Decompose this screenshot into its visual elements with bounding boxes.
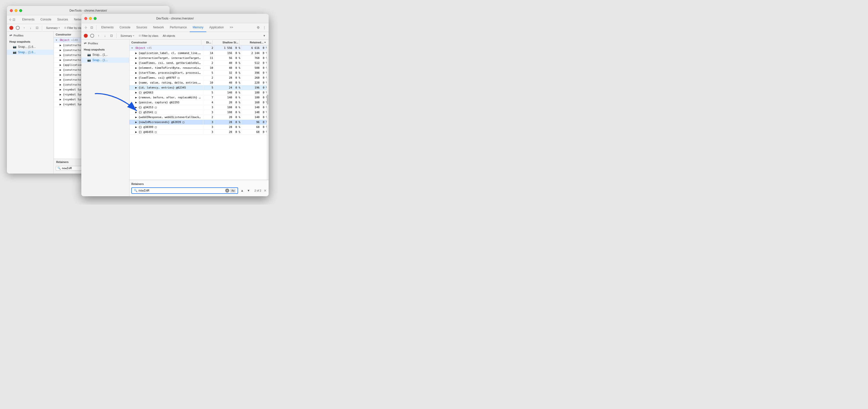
record-btn-1[interactable] [9,25,14,30]
data-row-2-6[interactable]: ▶ {loadTimes, csi} @49707 □ 2 28 0 % 260… [129,76,269,80]
summary-label-2: Summary [121,34,132,37]
data-row-2-16[interactable]: ▶ {} @38399 □ 3 28 0 % 68 0 % [129,125,269,130]
tab-elements-2[interactable]: Elements [98,23,117,32]
maximize-button-1[interactable] [19,9,22,12]
cell-retained-2-13: 148 0 % [242,110,269,114]
search-input-2[interactable] [138,189,224,192]
retainers-title-row-2: Retainers [131,181,267,186]
sort-asc-icon: ▾ [265,41,266,43]
minimize-button-1[interactable] [14,9,18,12]
tab-performance-2[interactable]: Performance [167,23,190,32]
data-row-2-9[interactable]: ▶ {} @42663 5 140 0 % 180 0 % [129,90,269,95]
all-objects-dropdown-2[interactable]: All objects [161,34,177,38]
data-row-2-2[interactable]: ▶ {interactionTarget, interactionTargetE… [129,56,269,61]
tab-console-1[interactable]: Console [37,15,54,24]
tab-console-2[interactable]: Console [117,23,133,32]
cell-di-2-1: 14 [203,51,214,55]
cell-retained-2-11: 160 0 % [242,100,269,105]
heap-snapshots-label-1: Heap snapshots [9,40,30,43]
data-row-2-3[interactable]: ▶ {loadTimes, csi, send, getVariableValu… [129,61,269,65]
memory-icon-2[interactable]: ⊡ [109,33,114,38]
sort-desc-icon[interactable]: ▾ [262,33,267,38]
close-search-button[interactable]: ✕ [264,188,267,193]
sidebar-snap1-1[interactable]: 📷 Snap... (1.6... [7,44,54,50]
data-row-2-4[interactable]: ▶ {element, timeToFirstByte, resourceLoa… [129,65,269,70]
data-row-2-13[interactable]: ▶ {} @53541 □ 3 108 0 % 148 0 % [129,110,269,115]
record-btn-2[interactable] [83,33,88,38]
more-icon-2[interactable]: ⋮ [262,25,267,30]
minimize-button-2[interactable] [89,17,92,20]
sidebar-snap1-2[interactable]: 📷 Snap... (1... [81,52,129,57]
tab-application-2[interactable]: Application [206,23,227,32]
data-row-2-5[interactable]: ▶ {startTime, processingStart, processin… [129,70,269,76]
maximize-button-2[interactable] [94,17,97,20]
eq-icon-2: ⇌ [84,41,87,45]
case-sensitive-toggle[interactable]: Aa [230,189,236,193]
summary-dropdown-2[interactable]: Summary ▾ [119,34,136,38]
tab-sources-1[interactable]: Sources [54,15,71,24]
main-content-2: ⇌ Profiles Heap snapshots 📷 Snap... (1..… [81,39,269,196]
cell-shallow-2-11: 20 0 % [214,100,242,105]
data-row-2-10[interactable]: ▶ {remove, before, after, replaceWith} @… [129,95,269,100]
object-row-2[interactable]: ▼ Object ×45 2 1 556 0 % 6 616 0 % [129,46,269,51]
scrollbar-track-2[interactable] [267,46,269,180]
cursor-icon-2[interactable]: ⊹ [83,25,88,30]
export-icon-1[interactable]: ↑ [22,25,27,30]
search-bar-w2[interactable]: 🔍 ✕ Aa [131,187,238,194]
data-row-2-11[interactable]: ▶ {passive, capture} @62293 4 20 0 % 160… [129,100,269,105]
cell-shallow-2-6: 28 0 % [214,76,242,80]
sidebar-snap2-2[interactable]: 📷 Snap... (1... [81,57,129,63]
divider-4 [116,33,117,38]
tab-elements-1[interactable]: Elements [19,15,37,24]
import-icon-1[interactable]: ↓ [28,25,33,30]
sidebar-2: ⇌ Profiles Heap snapshots 📷 Snap... (1..… [81,39,129,196]
sidebar-snap2-1[interactable]: 📷 Snap... (1.6... [7,50,54,55]
cell-di-2-14: 2 [203,115,214,119]
cursor-icon[interactable]: ⊹ [9,17,11,22]
close-button-1[interactable] [10,9,13,12]
funnel-icon-2: ⊟ [139,34,141,37]
scrollbar-thumb-2[interactable] [267,95,268,105]
clear-search-button[interactable]: ✕ [225,188,229,193]
data-row-2-17[interactable]: ▶ {} @46455 □ 3 28 0 % 68 0 % [129,130,269,135]
tab-network-2[interactable]: Network [150,23,167,32]
filter-by-class-2[interactable]: ⊟ Filter by class [137,34,160,38]
profiles-label-1: Profiles [13,34,23,37]
no-record-btn-1[interactable] [15,25,20,30]
tab-sources-2[interactable]: Sources [133,23,150,32]
summary-label-1: Summary [46,26,58,29]
cell-di-2-6: 2 [203,76,214,80]
secondary-toolbar-2: ↑ ↓ ⊡ Summary ▾ ⊟ Filter by class All ob… [81,32,269,39]
data-row-2-7[interactable]: ▶ {name, value, rating, delta, entries, … [129,80,269,85]
data-row-2-15-selected[interactable]: ▶ {nowInMicroseconds} @62039 □ 3 28 0 % … [129,120,269,125]
tab-more-2[interactable]: >> [227,23,236,32]
tab-memory-2[interactable]: Memory [190,23,206,32]
search-magnifier-icon: 🔍 [134,189,137,192]
layers-icon-2[interactable]: ⊡ [89,25,94,30]
object-label-2: ▼ Object ×45 [129,46,203,50]
layers-icon[interactable]: ⊡ [12,17,15,22]
cell-di-2-15: 3 [203,120,214,124]
export-icon-2[interactable]: ↑ [96,33,101,38]
cell-retained-2-12: 148 0 % [242,105,269,110]
data-row-2-8-highlighted[interactable]: ▶ {id, latency, entries} @62345 5 24 0 %… [129,85,269,90]
gear-icon-2[interactable]: ⚙ [256,25,261,30]
data-row-2-1[interactable]: ▶ {application_label, cl, command_line, … [129,51,269,56]
summary-dropdown-1[interactable]: Summary ▾ [44,26,61,30]
search-prev-button[interactable]: ▲ [240,188,245,193]
cell-retained-2-7: 220 0 % [242,81,269,85]
cell-di-2-13: 3 [203,110,214,114]
cell-retained-2-10: 180 0 % [242,95,269,99]
import-icon-2[interactable]: ↓ [102,33,107,38]
cell-shallow-2-5: 32 0 % [214,71,242,75]
data-row-2-14[interactable]: ▶ {webUIResponse, webUIListenerCallback}… [129,115,269,120]
no-record-btn-2[interactable] [90,33,95,38]
cell-shallow-2-10: 140 0 % [214,95,242,99]
cell-shallow-2-14: 20 0 % [214,115,242,119]
data-row-2-12[interactable]: ▶ {} @34253 □ 3 108 0 % 148 0 % [129,105,269,110]
col-constructor-header-2: Constructor [129,40,202,45]
close-button-2[interactable] [84,17,87,20]
cell-constructor-2-17: ▶ {} @46455 □ [129,130,203,134]
memory-icon-1[interactable]: ⊡ [34,25,39,30]
search-next-button[interactable]: ▼ [246,188,251,193]
